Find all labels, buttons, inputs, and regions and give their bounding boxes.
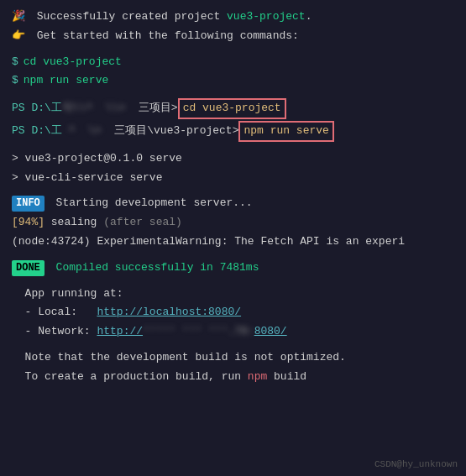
success-text: Successfully created project (30, 8, 227, 26)
done-line: DONE Compiled successfully in 7481ms (12, 259, 454, 277)
warning-line: (node:43724) ExperimentalWarning: The Fe… (12, 233, 454, 251)
success-line: 🎉 Successfully created project vue3-proj… (12, 8, 454, 26)
local-line: - Local: http://localhost:8080/ (12, 304, 454, 322)
dollar1: $ (12, 54, 18, 71)
ps-prefix1: PS D:\工 (12, 100, 62, 118)
note-line1: Note that the development build is not o… (12, 349, 454, 367)
ps-highlight-box1: cd vue3-project (178, 98, 286, 119)
dollar2: $ (12, 72, 18, 90)
ps-highlight-box2: npm run serve (238, 121, 333, 142)
ps-blurred2: ^ \> (62, 123, 102, 140)
ps-mid1: 三项目> (125, 100, 177, 118)
sealing-paren: (after seal) (103, 214, 182, 232)
project-name-text: vue3-project (227, 8, 306, 26)
done-badge: DONE (12, 260, 45, 276)
watermark: CSDN@hy_unknown (374, 459, 458, 469)
note-text2: To create a production build, run (12, 369, 248, 386)
ps-line1: PS D:\工작\\^ \\> 三项目>cd vue3-project (12, 98, 454, 119)
cmd-cd-line: $ cd vue3-project (12, 54, 454, 71)
info-text: Starting development server... (50, 195, 253, 212)
hand-emoji: 👉 (12, 28, 25, 45)
app-running-line: App running at: (12, 285, 454, 303)
network-url-start: http:// (97, 323, 143, 341)
info-badge: INFO (12, 196, 45, 212)
info-line: INFO Starting development server... (12, 195, 454, 212)
sealing-line: [94%] sealing (after seal) (12, 214, 454, 232)
serve-output2: > vue-cli-service serve (12, 170, 454, 187)
sealing-text: sealing (45, 214, 103, 232)
serve-line2-text: > vue-cli-service serve (12, 170, 162, 187)
local-url: http://localhost:8080/ (97, 304, 241, 322)
serve-output1: > vue3-project@0.1.0 serve (12, 150, 454, 168)
ps-mid2: 三项目\vue3-project> (102, 123, 239, 140)
party-emoji: 🎉 (12, 8, 25, 26)
terminal-window: 🎉 Successfully created project vue3-proj… (0, 0, 466, 476)
note-line2: To create a production build, run npm bu… (12, 369, 454, 386)
app-running-text: App running at: (12, 285, 123, 303)
cmd-npm-line: $ npm run serve (12, 72, 454, 90)
serve-line1-text: > vue3-project@0.1.0 serve (12, 150, 182, 168)
warning-text: (node:43724) ExperimentalWarning: The Fe… (12, 233, 405, 251)
network-label: - Network: (12, 323, 97, 341)
ps-blurred1: 작\\^ \\> (62, 100, 125, 118)
npm-command: npm run serve (24, 72, 108, 90)
done-text: Compiled successfully in 7481ms (50, 259, 259, 277)
note-text1: Note that the development build is not o… (12, 349, 346, 367)
network-port: 8080/ (254, 323, 287, 341)
build-text: build (267, 369, 306, 386)
ps-prefix2: PS D:\工 (12, 123, 62, 140)
get-started-text: Get started with the following commands: (30, 28, 299, 45)
ps-line2: PS D:\工 ^ \> 三项目\vue3-project>npm run se… (12, 121, 454, 142)
network-ip-blurred: ''''' ''' '''.78: (143, 323, 254, 341)
local-label: - Local: (12, 304, 97, 322)
network-line: - Network: http://''''' ''' '''.78:8080/ (12, 323, 454, 341)
cd-command: cd vue3-project (24, 54, 122, 71)
npm-link: npm (248, 369, 267, 386)
percent-text: [94%] (12, 214, 45, 232)
success-period: . (306, 8, 312, 26)
get-started-line: 👉 Get started with the following command… (12, 28, 454, 45)
